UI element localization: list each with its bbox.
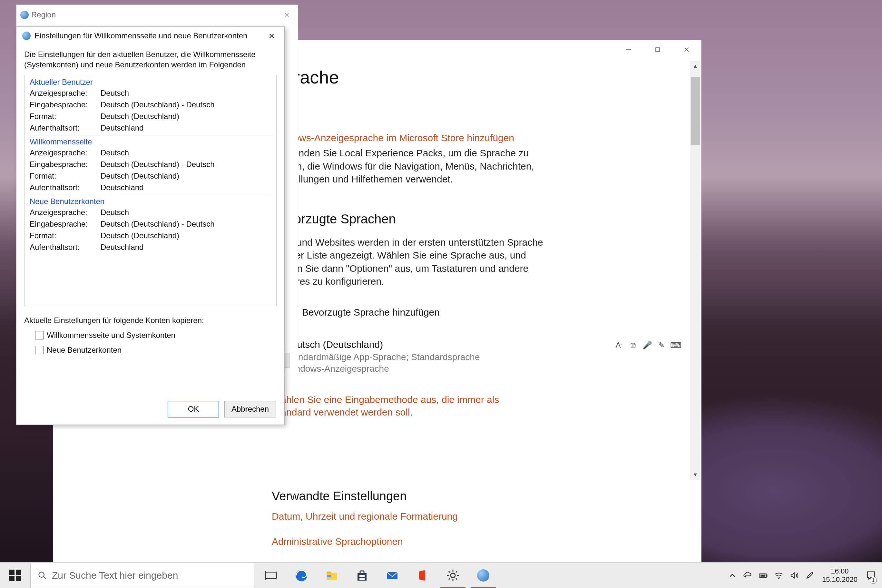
dialog-title: Einstellungen für Willkommensseite und n…	[34, 31, 247, 40]
minimize-button[interactable]	[614, 40, 643, 59]
add-language-button[interactable]: + Bevorzugte Sprache hinzufügen	[272, 301, 688, 324]
table-row: Aufenthaltsort:Deutschland	[28, 242, 272, 253]
action-center-button[interactable]: 1	[862, 562, 879, 588]
group-heading: Willkommensseite	[28, 135, 272, 147]
settings-list: Aktueller BenutzerAnzeigesprache:Deutsch…	[24, 75, 277, 306]
setting-value: Deutschland	[99, 182, 272, 194]
related-link[interactable]: Datum, Uhrzeit und regionale Formatierun…	[272, 511, 688, 522]
globe-icon	[22, 32, 31, 40]
language-item[interactable]: Deutsch (Deutschland) Standardmäßige App…	[272, 333, 688, 381]
search-input[interactable]: Zur Suche Text hier eingeben	[30, 563, 254, 588]
edge-button[interactable]	[286, 562, 316, 588]
wifi-icon[interactable]	[772, 562, 786, 588]
checkbox-label: Neue Benutzerkonten	[47, 346, 122, 355]
language-feature-icons: Aᵀ ⎚ 🎤 ✎ ⌨	[614, 341, 681, 350]
notification-badge: 1	[870, 577, 877, 584]
language-name: Deutsch (Deutschland)	[285, 339, 480, 350]
svg-rect-15	[327, 572, 331, 573]
table-row: Anzeigesprache:Deutsch	[28, 147, 272, 159]
scroll-thumb[interactable]	[691, 77, 700, 145]
explorer-button[interactable]	[316, 562, 347, 588]
svg-rect-4	[9, 570, 15, 575]
scrollbar[interactable]: ▲ ▼	[690, 61, 700, 480]
checkbox[interactable]	[35, 346, 44, 354]
svg-rect-18	[360, 571, 364, 573]
setting-value: Deutschland	[99, 242, 272, 253]
dialog-titlebar[interactable]: Einstellungen für Willkommensseite und n…	[16, 27, 284, 45]
svg-line-9	[44, 576, 46, 579]
svg-point-8	[39, 572, 44, 577]
keyboard-icon: ⌨	[671, 341, 681, 350]
office-button[interactable]	[408, 562, 438, 588]
input-method-link[interactable]: Wählen Sie eine Eingabemethode aus, die …	[272, 393, 517, 418]
battery-icon[interactable]	[756, 562, 771, 588]
table-row: Anzeigesprache:Deutsch	[28, 207, 272, 218]
svg-rect-7	[16, 576, 21, 581]
checkbox-row[interactable]: Willkommensseite und Systemkonten	[35, 331, 277, 340]
svg-rect-19	[360, 575, 362, 577]
tray-chevron[interactable]	[725, 562, 740, 588]
setting-key: Format:	[28, 170, 99, 182]
store-link[interactable]: Windows-Anzeigesprache im Microsoft Stor…	[272, 132, 688, 144]
region-title: Region	[31, 10, 56, 20]
group-heading: Neue Benutzerkonten	[28, 195, 272, 207]
region-app-button[interactable]	[468, 562, 498, 588]
svg-rect-6	[9, 576, 15, 581]
task-view-button[interactable]	[256, 562, 286, 588]
close-button[interactable]: ×	[265, 31, 279, 41]
add-language-label: Bevorzugte Sprache hinzufügen	[302, 307, 440, 318]
preferred-heading: Bevorzugte Sprachen	[272, 212, 688, 226]
table-row: Eingabesprache:Deutsch (Deutschland) - D…	[28, 99, 272, 111]
text-to-speech-icon: Aᵀ	[614, 341, 624, 350]
scroll-down-icon[interactable]: ▼	[690, 470, 700, 480]
checkbox[interactable]	[35, 331, 44, 339]
table-row: Aufenthaltsort:Deutschland	[28, 182, 272, 194]
svg-rect-10	[266, 572, 276, 579]
welcome-settings-dialog: Einstellungen für Willkommensseite und n…	[16, 26, 285, 425]
svg-point-36	[778, 578, 780, 579]
svg-rect-35	[760, 574, 765, 576]
svg-point-24	[451, 573, 455, 578]
checkbox-row[interactable]: Neue Benutzerkonten	[35, 346, 277, 355]
start-button[interactable]	[0, 562, 30, 588]
mail-button[interactable]	[377, 562, 408, 588]
volume-icon[interactable]	[787, 562, 801, 588]
svg-rect-5	[16, 570, 21, 575]
setting-key: Format:	[28, 230, 99, 242]
region-titlebar[interactable]: Region ×	[16, 5, 298, 25]
search-placeholder: Zur Suche Text hier eingeben	[52, 570, 178, 581]
svg-rect-22	[362, 578, 364, 580]
related-link[interactable]: Administrative Sprachoptionen	[272, 536, 688, 547]
store-button[interactable]	[347, 562, 377, 588]
svg-rect-16	[327, 575, 331, 578]
preferred-desc: Apps und Websites werden in der ersten u…	[272, 236, 549, 288]
scroll-up-icon[interactable]: ▲	[690, 61, 700, 71]
setting-value: Deutsch (Deutschland)	[99, 170, 272, 182]
setting-key: Format:	[28, 111, 99, 122]
setting-key: Aufenthaltsort:	[28, 242, 99, 253]
setting-key: Anzeigesprache:	[28, 87, 99, 99]
setting-value: Deutsch (Deutschland)	[99, 230, 272, 242]
clock[interactable]: 16:00 15.10.2020	[818, 567, 861, 584]
settings-table: Anzeigesprache:DeutschEingabesprache:Deu…	[28, 147, 272, 194]
maximize-button[interactable]	[643, 40, 672, 59]
table-row: Anzeigesprache:Deutsch	[28, 87, 272, 99]
setting-value: Deutsch	[99, 147, 272, 159]
svg-rect-20	[362, 575, 364, 577]
close-button[interactable]	[672, 40, 701, 59]
region-close-button[interactable]: ×	[280, 10, 294, 20]
pen-icon[interactable]	[803, 562, 817, 588]
table-row: Eingabesprache:Deutsch (Deutschland) - D…	[28, 159, 272, 170]
setting-value: Deutsch (Deutschland) - Deutsch	[99, 159, 272, 170]
svg-rect-21	[360, 578, 362, 580]
svg-rect-34	[766, 574, 768, 576]
dialog-desc: Die Einstellungen für den aktuellen Benu…	[24, 50, 277, 70]
setting-key: Anzeigesprache:	[28, 207, 99, 218]
onedrive-icon[interactable]	[741, 562, 755, 588]
cancel-button[interactable]: Abbrechen	[224, 401, 276, 417]
language-sub: Standardmäßige App-Sprache; Standardspra…	[285, 351, 480, 375]
ok-button[interactable]: OK	[168, 401, 219, 417]
settings-button[interactable]	[438, 562, 468, 588]
setting-value: Deutsch	[99, 87, 272, 99]
svg-rect-17	[357, 573, 366, 580]
